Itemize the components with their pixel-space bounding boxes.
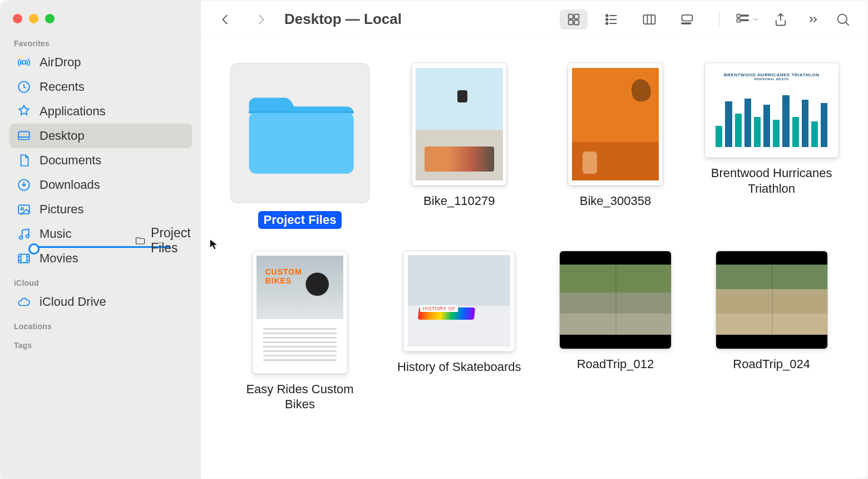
svg-rect-8 [18, 254, 29, 262]
sidebar-item-label: Downloads [40, 178, 100, 192]
document-icon [16, 153, 32, 168]
toolbar-divider [719, 11, 719, 28]
svg-rect-10 [574, 14, 579, 18]
document-thumbnail [253, 251, 347, 374]
view-list-button[interactable] [598, 9, 625, 30]
sidebar-item-applications[interactable]: Applications [9, 99, 192, 124]
airdrop-icon [16, 55, 32, 70]
forward-button[interactable] [251, 9, 271, 30]
sidebar-section-icloud: iCloud [9, 271, 192, 290]
svg-rect-2 [18, 131, 29, 139]
sidebar-item-label: Movies [40, 251, 78, 266]
svg-point-6 [19, 236, 22, 239]
view-mode-segmented [558, 7, 703, 32]
desktop-icon [16, 128, 32, 144]
image-thumbnail [412, 63, 506, 185]
svg-rect-19 [737, 18, 741, 22]
file-name[interactable]: RoadTrip_024 [733, 356, 810, 372]
svg-rect-9 [569, 14, 573, 18]
file-name[interactable]: RoadTrip_012 [577, 356, 654, 372]
view-column-button[interactable] [635, 9, 663, 30]
sidebar-item-label: Music [40, 227, 71, 241]
downloads-icon [16, 177, 32, 193]
document-thumbnail [403, 251, 515, 351]
file-item[interactable]: RoadTrip_024 [704, 251, 839, 412]
file-item[interactable]: Bike_300358 [549, 63, 683, 229]
sidebar-item-airdrop[interactable]: AirDrop [9, 50, 192, 75]
sidebar-section-locations: Locations [9, 314, 192, 333]
file-name[interactable]: History of Skateboards [397, 359, 521, 375]
movies-icon [16, 251, 32, 266]
file-name[interactable]: Bike_110279 [423, 193, 495, 209]
sidebar-item-label: Desktop [40, 129, 85, 143]
sidebar-item-label: AirDrop [40, 55, 81, 70]
document-thumbnail: BRENTWOOD HURRICANES TRIATHLON PERSONAL … [705, 63, 839, 158]
sidebar-item-label: Applications [40, 104, 106, 119]
minimize-window-button[interactable] [29, 14, 38, 23]
file-item[interactable]: History of Skateboards [392, 251, 526, 412]
sidebar-item-documents[interactable]: Documents [9, 148, 192, 173]
thumb-title: BRENTWOOD HURRICANES TRIATHLON [716, 72, 827, 77]
sidebar: Favorites AirDrop Recents Applications D… [1, 1, 201, 478]
file-name[interactable]: Project Files [258, 211, 342, 229]
sidebar-item-music[interactable]: Music [9, 222, 192, 246]
chevron-down-icon [752, 16, 760, 23]
view-gallery-button[interactable] [673, 9, 701, 30]
sidebar-item-desktop[interactable]: Desktop [9, 124, 192, 148]
svg-rect-12 [574, 20, 579, 25]
window-controls [9, 11, 192, 31]
music-icon [16, 226, 32, 242]
svg-rect-17 [682, 14, 693, 21]
sidebar-item-label: Pictures [40, 202, 83, 217]
sidebar-item-label: iCloud Drive [40, 295, 106, 309]
more-toolbar-button[interactable] [802, 9, 822, 30]
share-button[interactable] [771, 9, 791, 30]
video-thumbnail [716, 251, 827, 349]
svg-point-14 [606, 18, 608, 21]
sidebar-item-label: Recents [40, 80, 85, 94]
svg-point-15 [606, 22, 608, 25]
pictures-icon [16, 202, 32, 217]
sidebar-item-label: Documents [40, 153, 101, 168]
file-item[interactable]: RoadTrip_012 [549, 251, 683, 412]
view-icon-button[interactable] [560, 9, 588, 30]
svg-rect-16 [644, 14, 655, 23]
file-name[interactable]: Brentwood Hurricanes Triathlon [705, 165, 839, 196]
svg-point-20 [838, 14, 847, 23]
zoom-window-button[interactable] [45, 14, 55, 23]
file-name[interactable]: Bike_300358 [580, 193, 651, 209]
file-item[interactable]: Easy Rides Custom Bikes [230, 251, 370, 412]
svg-rect-11 [569, 20, 573, 25]
file-name[interactable]: Easy Rides Custom Bikes [233, 382, 367, 412]
image-thumbnail [568, 63, 663, 185]
finder-window: Favorites AirDrop Recents Applications D… [0, 0, 868, 479]
group-by-button[interactable] [735, 9, 760, 30]
main-pane: Desktop — Local [201, 1, 867, 478]
sidebar-item-downloads[interactable]: Downloads [9, 173, 192, 197]
clock-icon [16, 79, 32, 95]
sidebar-section-tags: Tags [9, 333, 192, 352]
close-window-button[interactable] [13, 14, 22, 23]
sidebar-section-favorites: Favorites [9, 31, 192, 50]
svg-point-5 [21, 208, 23, 210]
file-item[interactable]: BRENTWOOD HURRICANES TRIATHLON PERSONAL … [704, 63, 839, 229]
drop-insertion-indicator [32, 246, 170, 248]
svg-rect-21 [249, 113, 353, 174]
cloud-icon [16, 294, 32, 310]
folder-icon [230, 63, 370, 203]
window-title: Desktop — Local [284, 11, 402, 28]
svg-point-7 [26, 235, 29, 238]
file-item[interactable]: Bike_110279 [392, 63, 526, 229]
search-button[interactable] [833, 9, 853, 30]
file-item-folder[interactable]: Project Files [230, 63, 370, 229]
sidebar-item-pictures[interactable]: Pictures [9, 197, 192, 222]
video-thumbnail [560, 251, 671, 349]
back-button[interactable] [215, 9, 235, 30]
applications-icon [16, 104, 32, 119]
svg-point-0 [22, 61, 26, 65]
svg-rect-18 [737, 14, 741, 17]
sidebar-item-icloud-drive[interactable]: iCloud Drive [9, 290, 192, 314]
svg-point-13 [606, 14, 608, 17]
sidebar-item-recents[interactable]: Recents [9, 75, 192, 99]
toolbar: Desktop — Local [201, 1, 867, 38]
